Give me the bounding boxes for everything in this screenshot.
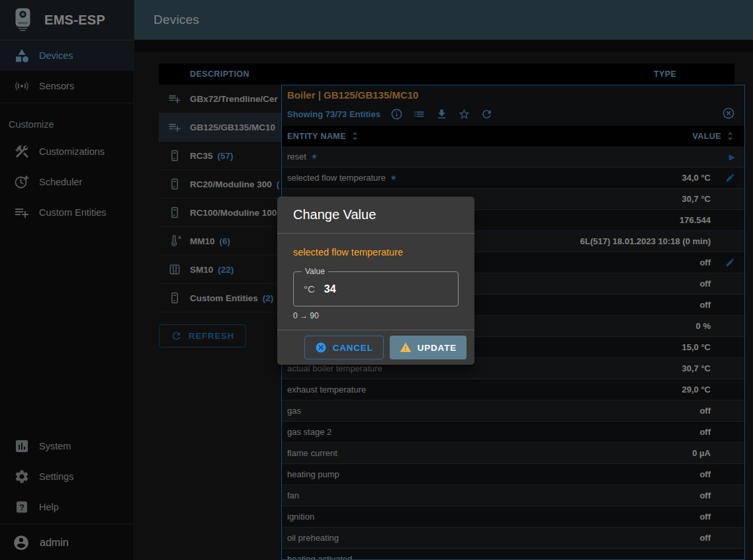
update-button[interactable]: UPDATE (390, 336, 466, 359)
dialog-body: selected flow temperature Value °C 0 → 9… (277, 234, 474, 320)
cancel-button[interactable]: CANCEL (304, 336, 384, 359)
value-input[interactable] (323, 283, 425, 296)
change-value-dialog: Change Value selected flow temperature V… (277, 197, 474, 365)
dialog-actions: CANCEL UPDATE (277, 330, 474, 365)
cancel-label: CANCEL (333, 343, 373, 353)
cancel-icon (315, 342, 327, 353)
value-field: Value °C (293, 271, 459, 306)
value-field-label: Value (302, 267, 328, 276)
value-range-helper: 0 → 90 (293, 311, 459, 320)
warning-icon (400, 342, 412, 353)
dialog-title: Change Value (277, 197, 474, 234)
ems-esp-app: EMS-ESP Devices Sensors (0, 0, 753, 560)
dialog-entity-label: selected flow temperature (293, 247, 459, 257)
update-label: UPDATE (418, 343, 457, 353)
unit-adornment: °C (304, 283, 315, 295)
